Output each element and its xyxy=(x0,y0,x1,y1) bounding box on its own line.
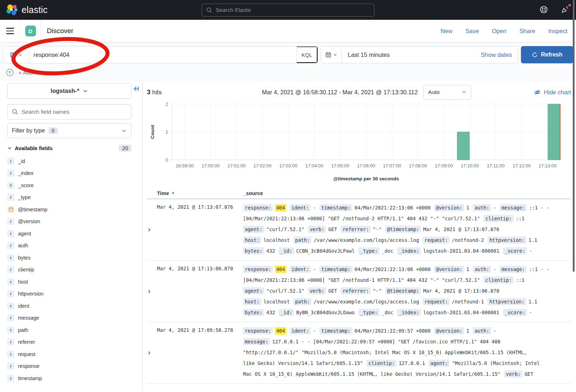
field-value: ::1 xyxy=(516,216,525,221)
field-value: like Gecko) Version/14.1 Safari/605.1.15… xyxy=(243,360,363,366)
field-item-_id[interactable]: t_id xyxy=(7,155,142,167)
quick-select-menu-button[interactable] xyxy=(321,46,342,63)
svg-text:17:04:00: 17:04:00 xyxy=(305,163,324,168)
query-input[interactable]: response:404 xyxy=(29,46,297,63)
svg-text:17:08:00: 17:08:00 xyxy=(409,163,427,168)
field-value: GET xyxy=(328,226,337,232)
svg-text:@timestamp per 30 seconds: @timestamp per 30 seconds xyxy=(333,176,399,181)
field-value: - xyxy=(529,248,532,254)
scrollbar[interactable] xyxy=(573,0,575,272)
source-line: response:404ident:-timestamp:04/Mar/2021… xyxy=(243,264,571,275)
new-button[interactable]: New xyxy=(441,28,453,35)
field-item-@version[interactable]: t@version xyxy=(7,216,142,228)
endzone-marker xyxy=(560,104,561,160)
field-name: _type xyxy=(18,194,31,200)
histogram-chart[interactable]: 16:59:0017:00:0017:01:0017:02:0017:03:00… xyxy=(147,100,571,184)
source-line: agent:"curl/7.52.1"verb:GETreferrer:"-"@… xyxy=(243,224,571,235)
time-range-value[interactable]: Last 15 minutes xyxy=(342,51,390,58)
field-item-host[interactable]: thost xyxy=(7,276,142,288)
highlighted-value: 404 xyxy=(275,204,286,211)
histogram-bar[interactable] xyxy=(457,132,469,160)
saved-query-menu-button[interactable] xyxy=(3,46,29,63)
field-name-pill: clientip: xyxy=(483,215,513,222)
field-name-pill: _index: xyxy=(397,309,421,316)
field-search-input[interactable]: Search field names xyxy=(7,104,131,120)
field-name: bytes xyxy=(18,255,31,261)
field-item-request[interactable]: trequest xyxy=(7,348,142,360)
collapse-sidebar-icon[interactable] xyxy=(132,85,139,93)
field-name-pill: auth: xyxy=(473,327,491,334)
field-item-bytes[interactable]: tbytes xyxy=(7,252,142,264)
global-search-input[interactable]: Search Elastic xyxy=(202,4,374,17)
field-name-pill: @version: xyxy=(434,204,464,211)
svg-text:2: 2 xyxy=(166,102,168,107)
field-item-path[interactable]: tpath xyxy=(7,324,142,336)
expand-row-icon[interactable] xyxy=(147,202,157,256)
help-icon[interactable] xyxy=(540,5,548,15)
field-item-ident[interactable]: tident xyxy=(7,300,142,312)
field-value: CCBN_3cB04dGovJLPawl xyxy=(296,248,355,254)
field-item-auth[interactable]: tauth xyxy=(7,240,142,252)
text-field-icon: t xyxy=(7,266,14,273)
discover-app-badge[interactable]: D xyxy=(25,26,36,36)
expand-row-icon[interactable] xyxy=(147,264,157,318)
field-value: /notfound-1 xyxy=(452,299,484,305)
available-fields-header[interactable]: Available fields 20 xyxy=(7,145,131,152)
query-bar: response:404 KQL xyxy=(3,46,318,63)
text-field-icon: t xyxy=(7,338,14,346)
field-name-pill: clientip: xyxy=(366,360,396,367)
eye-slash-icon xyxy=(534,89,541,96)
field-name: message xyxy=(18,315,39,321)
interval-select[interactable]: Auto xyxy=(423,85,471,100)
filter-icon[interactable] xyxy=(6,68,14,77)
share-button[interactable]: Share xyxy=(519,28,535,35)
news-icon[interactable] xyxy=(561,5,570,15)
inspect-button[interactable]: Inspect xyxy=(548,28,567,35)
field-name-pill: host: xyxy=(243,236,261,244)
chevron-down-icon xyxy=(462,90,467,95)
field-name: @version xyxy=(18,218,40,224)
text-field-icon: t xyxy=(7,194,14,201)
document-row: Mar 4, 2021 @ 17:13:06.870response:404id… xyxy=(147,261,571,322)
refresh-button[interactable]: Refresh xyxy=(521,46,573,63)
text-field-icon: t xyxy=(7,230,14,237)
source-line: host:localhostpath:/var/www/example.com/… xyxy=(243,296,571,307)
field-value: GET xyxy=(328,288,337,294)
field-value: /var/www/example.com/logs/access.log xyxy=(314,299,419,305)
field-item-@timestamp[interactable]: @timestamp xyxy=(7,203,142,216)
query-language-button[interactable]: KQL xyxy=(297,46,318,63)
add-filter-link[interactable]: + Add filter xyxy=(18,69,45,76)
histogram-bar[interactable] xyxy=(548,104,560,160)
field-item-message[interactable]: tmessage xyxy=(7,312,142,324)
field-item-response[interactable]: tresponse xyxy=(7,360,142,373)
field-name-pill: _id: xyxy=(279,247,294,254)
field-item-referrer[interactable]: treferrer xyxy=(7,336,142,348)
time-column-header[interactable]: Time ▼ xyxy=(157,190,243,196)
filter-by-type-dropdown[interactable]: Filter by type 0 xyxy=(7,123,131,138)
index-pattern-selector[interactable]: logstash-* xyxy=(7,83,131,99)
show-dates-link[interactable]: Show dates xyxy=(481,51,518,58)
field-name-pill: message: xyxy=(243,338,270,345)
field-value: - xyxy=(493,266,496,272)
field-item-_score[interactable]: #_score xyxy=(7,179,142,192)
hide-chart-link[interactable]: Hide chart xyxy=(534,89,571,96)
save-button[interactable]: Save xyxy=(465,28,479,35)
field-item-httpversion[interactable]: thttpversion xyxy=(7,288,142,300)
field-name-pill: timestamp: xyxy=(319,204,352,211)
field-item-agent[interactable]: tagent xyxy=(7,227,142,240)
doc-source: response:404ident:-timestamp:04/Mar/2021… xyxy=(243,325,571,379)
menu-icon[interactable] xyxy=(0,20,20,42)
field-item-_type[interactable]: t_type xyxy=(7,192,142,204)
field-item-timestamp[interactable]: ttimestamp xyxy=(7,372,142,384)
fields-sidebar: logstash-* Search field names xyxy=(0,81,143,391)
document-row: Mar 4, 2021 @ 17:09:58.278response:404id… xyxy=(147,322,571,384)
elastic-logo[interactable]: elastic xyxy=(0,4,48,16)
field-item-clientip[interactable]: tclientip xyxy=(7,264,142,276)
open-button[interactable]: Open xyxy=(492,28,506,35)
field-item-_index[interactable]: t_index xyxy=(7,167,142,180)
expand-row-icon[interactable] xyxy=(147,325,157,379)
field-value: 127.0.0.1 - - [04/Mar/2021:22:09:57 +000… xyxy=(272,339,500,344)
field-name-pill: ident: xyxy=(290,266,311,273)
search-icon xyxy=(12,109,18,115)
field-name-pill: @version: xyxy=(434,266,464,273)
